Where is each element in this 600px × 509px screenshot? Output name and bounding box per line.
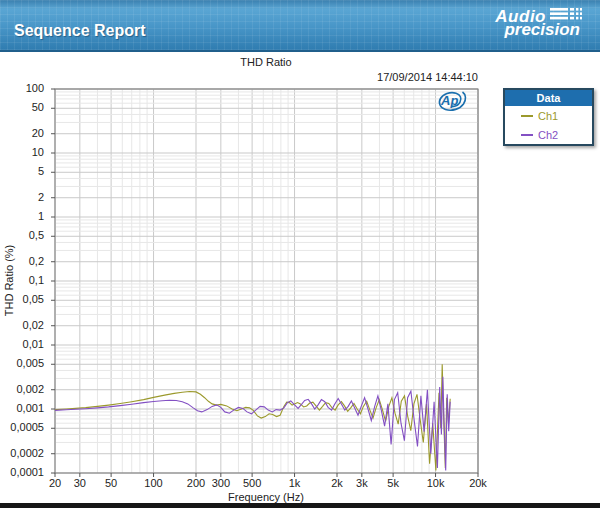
- y-tick-label: 1: [2, 210, 44, 222]
- legend-item-ch1: Ch1: [505, 106, 592, 125]
- y-tick-label: 0,01: [2, 338, 44, 350]
- report-header-bar: Sequence Report Audio precision: [0, 0, 600, 52]
- x-axis-title: Frequency (Hz): [176, 491, 356, 503]
- y-tick-label: 2: [2, 191, 44, 203]
- legend-item-ch2: Ch2: [505, 125, 592, 144]
- x-tick-label: 100: [134, 477, 174, 489]
- x-tick-label: 50: [91, 477, 131, 489]
- x-tick-label: 500: [232, 477, 272, 489]
- sequence-report-window: { "header": { "title": "Sequence Report"…: [0, 0, 600, 509]
- ch1-line-swatch: [521, 115, 533, 117]
- y-axis-title: THD Ratio (%): [3, 231, 16, 331]
- y-tick-label: 0,0005: [2, 421, 44, 433]
- x-tick-label: 20k: [458, 477, 498, 489]
- audio-precision-logo: Audio precision: [474, 8, 584, 46]
- ch1-legend-label: Ch1: [538, 110, 558, 122]
- x-tick-label: 10k: [416, 477, 456, 489]
- y-tick-label: 0,002: [2, 383, 44, 395]
- ch2-legend-label: Ch2: [538, 129, 558, 141]
- y-tick-label: 100: [2, 82, 44, 94]
- y-tick-label: 0,0002: [2, 447, 44, 459]
- page-title: Sequence Report: [14, 22, 146, 40]
- x-tick-label: 1k: [275, 477, 315, 489]
- svg-text:Ap: Ap: [440, 93, 458, 108]
- y-tick-label: 0,001: [2, 402, 44, 414]
- y-tick-label: 0,005: [2, 357, 44, 369]
- report-bottom-border: [0, 503, 600, 508]
- legend-header: Data: [505, 90, 592, 106]
- y-tick-label: 5: [2, 165, 44, 177]
- x-tick-label: 5k: [373, 477, 413, 489]
- y-tick-label: 10: [2, 146, 44, 158]
- y-tick-label: 20: [2, 127, 44, 139]
- logo-word-precision: precision: [474, 22, 580, 37]
- ch2-line-swatch: [521, 134, 533, 136]
- report-timestamp: 17/09/2014 14:44:10: [278, 71, 478, 83]
- ap-watermark-icon: Ap: [432, 87, 468, 114]
- y-tick-label: 50: [2, 101, 44, 113]
- chart-title: THD Ratio: [166, 56, 366, 68]
- legend-box: Data Ch1 Ch2: [503, 88, 594, 146]
